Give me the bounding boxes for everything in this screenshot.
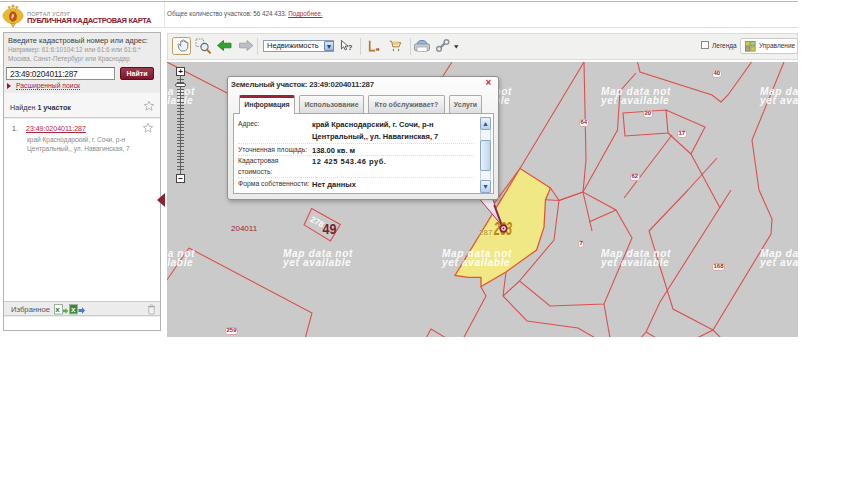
svg-text:x: x <box>71 305 76 314</box>
svg-text:49: 49 <box>323 221 337 237</box>
svg-text:?: ? <box>348 43 353 52</box>
svg-text:н: н <box>376 46 379 52</box>
svg-text:x: x <box>55 305 60 314</box>
